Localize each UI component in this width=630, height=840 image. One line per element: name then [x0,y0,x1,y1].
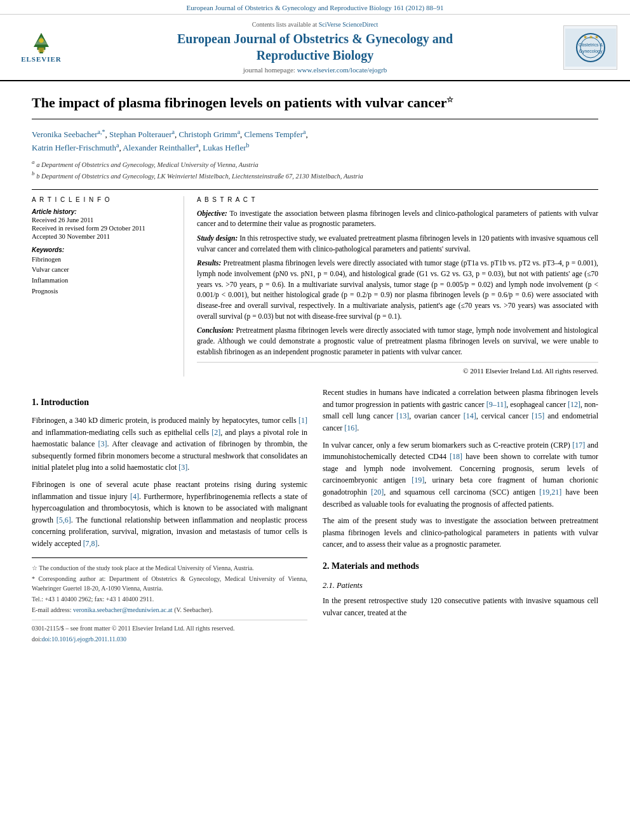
keyword-vulvar-cancer: Vulvar cancer [32,265,175,276]
conclusion-label: Conclusion: [197,326,234,334]
svg-rect-4 [38,48,44,52]
objective-text: To investigate the association between p… [197,210,598,228]
journal-title: European Journal of Obstetrics & Gynecol… [83,30,547,63]
ref-17: [17] [572,441,585,450]
abstract-conclusion: Conclusion: Pretreatment plasma fibrinog… [197,325,598,357]
affiliation-a: a a Department of Obstetrics and Gynecol… [32,158,598,170]
journal-citation-bar: European Journal of Obstetrics & Gynecol… [0,0,630,15]
conclusion-text: Pretreatment plasma fibrinogen levels we… [197,326,598,355]
patients-para: In the present retrospective study 120 c… [323,595,598,618]
doi-line: doi:doi:10.1016/j.ejogrb.2011.11.030 [32,634,307,644]
author-hefler-frischmuth: Katrin Hefler-Frischmuth [32,143,116,153]
footnote-email: E-mail address: veronika.seebacher@medun… [32,605,307,615]
elsevier-tree-icon [25,32,57,54]
journal-homepage: journal homepage: www.elsevier.com/locat… [83,66,547,74]
article-info-column: A R T I C L E I N F O Article history: R… [32,196,184,377]
authors-line: Veronika Seebachera,*, Stephan Polteraue… [32,127,598,155]
ref-16: [16] [344,423,357,432]
copyright-line: © 2011 Elsevier Ireland Ltd. All rights … [197,362,598,377]
author-tempfer: Clemens Tempfer [245,130,303,139]
intro-right-para-1: Recent studies in humans have indicated … [323,387,598,434]
ref-3b: [3] [178,463,187,472]
keyword-prognosis: Prognosis [32,286,175,297]
email-link[interactable]: veronika.seebacher@meduniwien.ac.at [73,606,173,613]
journal-header-center: Contents lists available at SciVerse Sci… [83,21,547,74]
elsevier-logo: ELSEVIER [13,30,70,65]
abstract-header: A B S T R A C T [197,196,598,203]
article-content: The impact of plasma fibrinogen levels o… [0,81,630,658]
svg-text:Gynecology: Gynecology [579,49,602,54]
history-label: Article history: [32,208,175,215]
ref-18: [18] [450,452,462,461]
affiliations: a a Department of Obstetrics and Gynecol… [32,158,598,181]
article-info-header: A R T I C L E I N F O [32,196,175,203]
footnote-corresponding: * Corresponding author at: Department of… [32,574,307,593]
doi-link[interactable]: doi:10.1016/j.ejogrb.2011.11.030 [42,636,126,643]
svg-point-5 [39,38,43,43]
sciverse-line: Contents lists available at SciVerse Sci… [83,21,547,28]
keyword-fibrinogen: Fibrinogen [32,255,175,265]
keywords-section: Keywords: Fibrinogen Vulvar cancer Infla… [32,246,175,297]
ref-14: [14] [464,411,476,420]
ref-7-8: [7,8] [83,539,98,548]
elsevier-brand-text: ELSEVIER [21,55,62,63]
footnotes-area: ☆ The conduction of the study took place… [32,557,307,644]
intro-para-2: Fibrinogen is one of several acute phase… [32,479,307,550]
main-col-left: 1. Introduction Fibrinogen, a 340 kD dim… [32,387,307,644]
intro-right-para-2: In vulvar cancer, only a few serum bioma… [323,439,598,510]
abstract-results: Results: Pretreatment plasma fibrinogen … [197,258,598,321]
issn-line: 0301-2115/$ – see front matter © 2011 El… [32,623,307,633]
received-date: Received 26 June 2011 [32,217,175,223]
ref-13: [13] [396,411,409,420]
objective-label: Objective: [197,210,227,217]
intro-right-para-3: The aim of the present study was to inve… [323,515,598,550]
author-polterauer: Stephan Polterauer [109,130,172,139]
abstract-objective: Objective: To investigate the associatio… [197,208,598,229]
section-title-intro: 1. Introduction [32,396,307,410]
subsection-title-patients: 2.1. Patients [323,580,598,592]
keywords-label: Keywords: [32,246,175,253]
ref-3a: [3] [98,439,107,448]
journal-emblem-icon: Obstetrics & Gynecology ★ ★ ★ [565,29,616,67]
ref-15: [15] [532,411,544,420]
section-title-methods: 2. Materials and methods [323,559,598,573]
ref-9-11: [9–11] [486,400,507,409]
the-word: the [398,608,407,617]
received-revised-date: Received in revised form 29 October 2011 [32,225,175,232]
author-reinthaller: Alexander Reinthaller [123,143,196,153]
affiliation-b: b b Department of Obstetrics and Gynecol… [32,170,598,181]
keyword-inflammation: Inflammation [32,276,175,286]
sciverse-link[interactable]: SciVerse ScienceDirect [319,21,379,28]
ref-20: [20] [371,488,384,497]
study-design-label: Study design: [197,234,238,242]
elsevier-logo-area: ELSEVIER [13,30,76,65]
results-label: Results: [197,259,221,267]
results-text: Pretreatment plasma fibrinogen levels we… [197,259,598,319]
author-grimm: Christoph Grimm [179,130,238,139]
abstract-text: Objective: To investigate the associatio… [197,208,598,377]
ref-1: [1] [298,416,307,425]
ref-5-6: [5,6] [57,516,71,524]
journal-header: ELSEVIER Contents lists available at Sci… [0,15,630,81]
svg-text:Obstetrics &: Obstetrics & [578,43,602,47]
journal-homepage-link[interactable]: www.elsevier.com/locate/ejogrb [297,66,387,74]
author-seebacher: Veronika Seebacher [32,130,98,139]
author-hefler: Lukas Hefler [203,143,246,153]
article-title: The impact of plasma fibrinogen levels o… [32,94,598,119]
ref-19-21: [19,21] [539,488,561,497]
journal-logo-box-area: Obstetrics & Gynecology ★ ★ ★ [554,25,617,70]
footnote-tel: Tel.: +43 1 40400 2962; fax: +43 1 40400… [32,594,307,604]
main-col-right: Recent studies in humans have indicated … [323,387,598,644]
footnote-star: ☆ The conduction of the study took place… [32,563,307,573]
ref-19: [19] [412,476,424,484]
study-design-text: In this retrospective study, we evaluate… [197,234,598,253]
journal-logo-box: Obstetrics & Gynecology ★ ★ ★ [563,25,617,70]
main-body-two-col: 1. Introduction Fibrinogen, a 340 kD dim… [32,387,598,644]
abstract-column: A B S T R A C T Objective: To investigat… [197,196,598,377]
journal-citation-text: European Journal of Obstetrics & Gynecol… [187,4,444,11]
ref-12: [12] [568,400,580,409]
svg-text:★ ★ ★: ★ ★ ★ [582,34,598,40]
abstract-study-design: Study design: In this retrospective stud… [197,233,598,254]
ref-2: [2] [211,428,220,437]
ref-4: [4] [130,492,139,501]
